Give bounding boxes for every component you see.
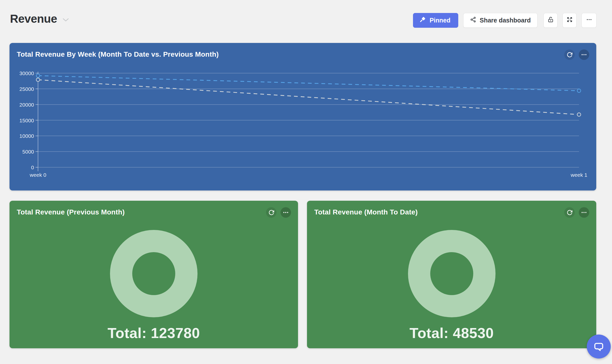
unlock-icon [548,16,554,24]
total-value: Total: 123780 [10,325,298,341]
total-value: Total: 48530 [307,325,596,341]
data-point-marker [36,74,40,77]
series-line [38,76,579,91]
card-title: Total Revenue By Week (Month To Date vs.… [17,50,219,58]
series-line [38,80,579,114]
card-title: Total Revenue (Previous Month) [17,208,125,216]
donut-chart[interactable] [408,230,496,317]
lock-sharing-button[interactable] [544,13,558,28]
line-chart: 050001000015000200002500030000week 0week… [10,43,596,190]
ellipsis-icon [586,16,592,24]
chat-bubble-icon [592,340,605,353]
page-title: Revenue [10,12,57,25]
card-menu-button[interactable] [579,49,589,60]
chat-launcher-button[interactable] [587,335,611,359]
refresh-button[interactable] [564,207,575,218]
chevron-down-icon[interactable] [62,18,69,23]
donut-chart[interactable] [110,230,198,317]
refresh-button[interactable] [266,207,276,218]
expand-icon [566,16,573,24]
card-title: Total Revenue (Month To Date) [314,208,418,216]
share-icon [470,16,476,24]
data-point-marker [577,113,581,116]
share-dashboard-label: Share dashboard [480,17,531,24]
y-tick-label: 25000 [20,86,34,92]
refresh-button[interactable] [564,49,575,60]
y-tick-label: 5000 [22,149,34,155]
y-tick-label: 10000 [20,133,34,139]
y-tick-label: 30000 [20,70,34,76]
ellipsis-icon [283,209,289,215]
pin-icon [419,16,426,24]
refresh-icon [566,209,573,216]
refresh-icon [268,209,274,216]
card-menu-button[interactable] [579,207,589,218]
x-tick-label: week 0 [30,172,46,178]
pinned-button-label: Pinned [430,17,450,24]
card-actions [564,207,589,218]
revenue-by-week-card: 050001000015000200002500030000week 0week… [10,43,596,190]
y-tick-label: 0 [31,165,34,170]
card-menu-button[interactable] [280,207,291,218]
total-revenue-month-to-date-card: Total Revenue (Month To Date) Total: 485… [307,201,596,348]
more-options-button[interactable] [582,13,596,28]
refresh-icon [566,52,573,58]
fullscreen-button[interactable] [562,13,576,28]
card-actions [564,49,589,60]
dashboard-toolbar: Pinned Share dashboard [413,13,596,28]
ellipsis-icon [581,52,587,58]
share-dashboard-button[interactable]: Share dashboard [463,13,538,28]
x-tick-label: week 1 [570,172,588,178]
total-revenue-previous-month-card: Total Revenue (Previous Month) Total: 12… [10,201,298,348]
pinned-button[interactable]: Pinned [413,13,458,28]
data-point-marker [36,78,40,81]
card-actions [266,207,291,218]
data-point-marker [577,89,581,92]
y-tick-label: 20000 [20,102,34,108]
ellipsis-icon [581,209,587,215]
dashboard-header: Revenue [10,12,69,25]
y-tick-label: 15000 [20,118,34,123]
